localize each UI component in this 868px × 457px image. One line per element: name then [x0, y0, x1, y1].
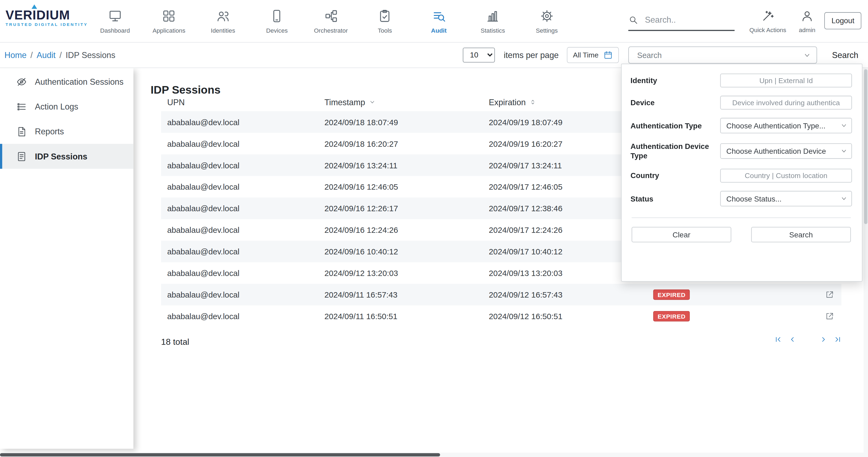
nav-item[interactable]: Settings	[520, 0, 574, 42]
filter-panel-buttons: Clear Search	[630, 227, 852, 242]
nav-item-icon	[323, 9, 338, 23]
filter-search-combobox[interactable]: Search	[628, 46, 817, 64]
cell-timestamp: 2024/09/11 16:50:51	[318, 312, 483, 321]
nav-item[interactable]: Tools	[358, 0, 412, 42]
cell-expiration: 2024/09/17 12:38:46	[483, 204, 642, 213]
nav-item-label: Orchestrator	[314, 27, 348, 33]
nav-item[interactable]: Devices	[250, 0, 304, 42]
cell-status: EXPIRED	[642, 290, 808, 300]
nav-item[interactable]: Dashboard	[88, 0, 142, 42]
quick-actions-button[interactable]: Quick Actions	[748, 0, 788, 42]
cell-timestamp: 2024/09/16 10:40:12	[318, 247, 483, 256]
filter-label-device: Device	[630, 98, 720, 107]
authentication-device-type-select[interactable]: Choose Authentication Device	[720, 143, 852, 159]
column-header-expiration[interactable]: Expiration	[483, 97, 642, 106]
logout-button[interactable]: Logout	[824, 12, 862, 29]
cell-expiration: 2024/09/19 18:07:49	[483, 118, 642, 127]
clear-filters-button[interactable]: Clear	[631, 227, 731, 242]
identity-filter-input[interactable]	[720, 74, 852, 88]
nav-item-label: Audit	[431, 27, 447, 33]
sidebar-item-label: Authentication Sessions	[35, 77, 123, 86]
pagination	[774, 336, 841, 343]
status-select-wrap: Choose Status...	[720, 191, 852, 206]
horizontal-scrollbar-thumb[interactable]	[0, 453, 440, 456]
table-row[interactable]: ababalau@dev.local 2024/09/11 16:57:43 2…	[161, 284, 842, 305]
vertical-scrollbar-thumb[interactable]	[864, 69, 867, 224]
column-header-upn[interactable]: UPN	[161, 97, 318, 106]
filter-search-combobox-text: Search	[637, 51, 662, 60]
horizontal-scrollbar[interactable]	[0, 453, 868, 457]
quick-actions-label: Quick Actions	[749, 26, 786, 33]
sidebar-item[interactable]: Authentication Sessions	[0, 69, 133, 94]
cell-expiration: 2024/09/17 13:24:11	[483, 161, 642, 170]
nav-item-label: Devices	[266, 27, 288, 33]
sidebar-item[interactable]: Reports	[0, 119, 133, 144]
nav-item[interactable]: Applications	[142, 0, 196, 42]
total-count: 18 total	[161, 337, 189, 347]
breadcrumb-audit-link[interactable]: Audit	[37, 51, 56, 60]
vertical-scrollbar[interactable]	[864, 68, 868, 452]
apply-filters-search-button[interactable]: Search	[751, 227, 851, 242]
nav-item-label: Dashboard	[100, 27, 130, 33]
nav-item[interactable]: Statistics	[466, 0, 520, 42]
cell-timestamp: 2024/09/16 12:24:26	[318, 226, 483, 234]
cell-timestamp: 2024/09/16 13:24:11	[318, 161, 483, 170]
sidebar-item-icon	[16, 126, 27, 137]
next-page-button[interactable]	[820, 336, 827, 343]
authentication-device-type-select-wrap: Choose Authentication Device	[720, 143, 852, 159]
top-bar: VERIDIUM TRUSTED DIGITAL IDENTITY Dashbo…	[0, 0, 868, 43]
time-filter-button[interactable]: All Time	[567, 47, 619, 63]
filter-label-status: Status	[630, 194, 720, 203]
cell-status: EXPIRED	[642, 311, 808, 322]
sidebar-item-label: Action Logs	[35, 102, 78, 111]
cell-timestamp: 2024/09/12 13:20:03	[318, 269, 483, 278]
breadcrumb-separator: /	[59, 51, 62, 60]
filter-row-identity: Identity	[630, 74, 852, 88]
items-per-page-select[interactable]: 10	[463, 47, 495, 62]
last-page-button[interactable]	[834, 336, 842, 343]
cell-expiration: 2024/09/17 10:40:12	[483, 247, 642, 256]
cell-expiration: 2024/09/19 16:20:27	[483, 139, 642, 148]
user-icon	[801, 9, 814, 22]
nav-item-icon	[162, 9, 176, 23]
cell-upn: ababalau@dev.local	[161, 226, 318, 234]
column-header-timestamp[interactable]: Timestamp	[318, 97, 483, 106]
cell-upn: ababalau@dev.local	[161, 247, 318, 256]
filter-row-authentication-device-type: Authentication Device Type Choose Authen…	[630, 142, 852, 161]
device-filter-input[interactable]	[720, 96, 852, 109]
first-page-button[interactable]	[774, 336, 782, 343]
brand-name: VERIDIUM	[6, 8, 88, 22]
logo-triangle-icon: I	[33, 8, 36, 22]
nav-item-icon	[539, 9, 554, 23]
filter-row-authentication-type: Authentication Type Choose Authenticatio…	[630, 118, 852, 133]
breadcrumb-home-link[interactable]: Home	[4, 51, 26, 60]
previous-page-button[interactable]	[789, 336, 796, 343]
global-search-input[interactable]	[644, 14, 735, 25]
open-session-button[interactable]	[822, 290, 842, 300]
cell-timestamp: 2024/09/16 12:26:17	[318, 204, 483, 213]
user-menu-label: admin	[799, 26, 815, 33]
nav-item-label: Applications	[153, 27, 185, 33]
sidebar-item-icon	[16, 76, 27, 87]
sidebar-item-icon	[16, 101, 27, 112]
open-session-button[interactable]	[822, 311, 842, 322]
filter-label-authentication-type: Authentication Type	[630, 121, 720, 130]
authentication-type-select[interactable]: Choose Authentication Type...	[720, 118, 852, 133]
country-filter-input[interactable]	[720, 169, 852, 183]
cell-upn: ababalau@dev.local	[161, 290, 318, 299]
table-row[interactable]: ababalau@dev.local 2024/09/11 16:50:51 2…	[161, 305, 842, 327]
cell-upn: ababalau@dev.local	[161, 312, 318, 321]
search-icon	[628, 14, 638, 25]
nav-item-icon	[378, 9, 392, 23]
cell-timestamp: 2024/09/11 16:57:43	[318, 290, 483, 299]
nav-item[interactable]: Orchestrator	[304, 0, 358, 42]
nav-item[interactable]: Audit	[412, 0, 466, 42]
sidebar-item-label: Reports	[35, 127, 64, 136]
veridium-logo[interactable]: VERIDIUM TRUSTED DIGITAL IDENTITY	[6, 8, 88, 27]
sidebar-item[interactable]: Action Logs	[0, 94, 133, 119]
sidebar-item[interactable]: IDP Sessions	[0, 144, 133, 169]
user-menu[interactable]: admin	[793, 0, 822, 42]
nav-item[interactable]: Identities	[196, 0, 250, 42]
caret-down-icon	[804, 52, 810, 59]
status-select[interactable]: Choose Status...	[720, 191, 852, 206]
